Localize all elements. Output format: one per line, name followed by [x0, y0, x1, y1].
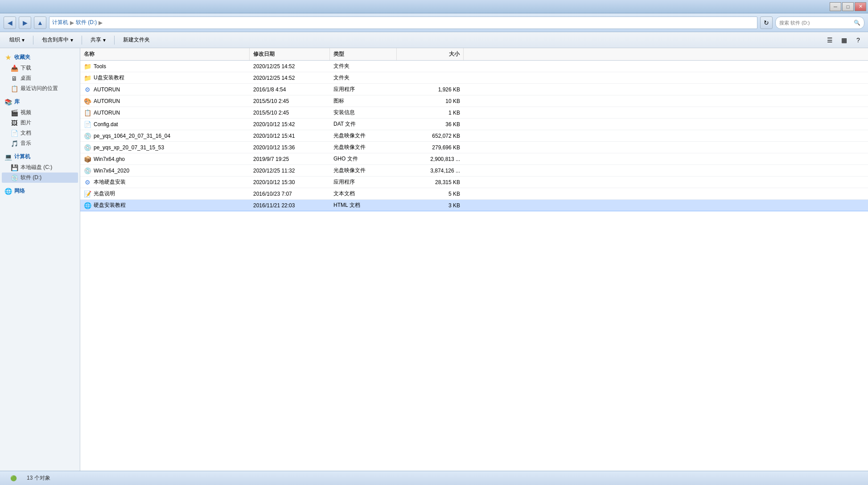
- file-type-cell: 应用程序: [330, 177, 397, 187]
- file-date-cell: 2020/10/12 15:42: [250, 120, 330, 128]
- view-toggle-button[interactable]: ☰: [823, 34, 836, 46]
- file-type-cell: 光盘映像文件: [330, 131, 397, 140]
- file-size-cell: 3,874,126 ...: [397, 167, 464, 175]
- file-icon: 📋: [84, 109, 91, 116]
- file-size-cell: 279,696 KB: [397, 144, 464, 152]
- file-date-cell: 2016/11/21 22:03: [250, 201, 330, 210]
- sidebar-favorites-header[interactable]: ★ 收藏夹: [2, 52, 78, 63]
- table-row[interactable]: ⚙ 本地硬盘安装 2020/10/12 15:30 应用程序 28,315 KB: [80, 177, 868, 188]
- sidebar-item-pictures[interactable]: 🖼 图片: [2, 118, 78, 128]
- pictures-icon: 🖼: [11, 119, 18, 127]
- desktop-icon: 🖥: [11, 75, 18, 82]
- table-row[interactable]: 📄 Config.dat 2020/10/12 15:42 DAT 文件 36 …: [80, 119, 868, 130]
- title-bar: ─ □ ✕: [0, 0, 868, 13]
- share-button[interactable]: 共享 ▾: [85, 34, 111, 46]
- close-button[interactable]: ✕: [855, 2, 866, 11]
- forward-button[interactable]: ▶: [19, 16, 31, 29]
- file-name-text: pe_yqs_xp_20_07_31_15_53: [94, 144, 164, 151]
- file-name-cell: 📋 AUTORUN: [80, 108, 250, 117]
- status-count: 13 个对象: [27, 474, 50, 482]
- file-icon: ⚙: [84, 179, 91, 186]
- breadcrumb-drive[interactable]: 软件 (D:): [76, 19, 97, 26]
- table-row[interactable]: 💿 Win7x64_2020 2020/12/25 11:32 光盘映像文件 3…: [80, 165, 868, 177]
- column-header-date[interactable]: 修改日期: [250, 48, 330, 60]
- organize-button[interactable]: 组织 ▾: [4, 34, 30, 46]
- file-date-cell: 2020/10/12 15:30: [250, 178, 330, 186]
- file-icon: 📁: [84, 63, 91, 70]
- table-row[interactable]: 📦 Win7x64.gho 2019/9/7 19:25 GHO 文件 2,90…: [80, 153, 868, 165]
- file-icon: 📄: [84, 121, 91, 128]
- file-name-text: 本地硬盘安装: [94, 178, 126, 186]
- sidebar-item-download[interactable]: 📥 下载: [2, 63, 78, 73]
- favorites-icon: ★: [4, 54, 12, 61]
- file-size-cell: 5 KB: [397, 190, 464, 198]
- file-size-cell: [397, 77, 464, 79]
- sidebar-network-header[interactable]: 🌐 网络: [2, 185, 78, 197]
- maximize-button[interactable]: □: [842, 2, 854, 11]
- sidebar-item-documents[interactable]: 📄 文档: [2, 128, 78, 138]
- file-name-text: pe_yqs_1064_20_07_31_16_04: [94, 133, 170, 139]
- file-name-cell: 💿 pe_yqs_xp_20_07_31_15_53: [80, 143, 250, 152]
- file-icon: 🌐: [84, 202, 91, 209]
- file-name-text: Config.dat: [94, 121, 118, 127]
- file-name-text: Win7x64_2020: [94, 168, 129, 174]
- sidebar-section-computer: 💻 计算机 💾 本地磁盘 (C:) 💿 软件 (D:): [2, 151, 78, 183]
- file-date-cell: 2016/1/8 4:54: [250, 86, 330, 94]
- sidebar-section-network: 🌐 网络: [2, 185, 78, 197]
- up-button[interactable]: ▲: [34, 16, 46, 29]
- table-row[interactable]: 📋 AUTORUN 2015/5/10 2:45 安装信息 1 KB: [80, 107, 868, 119]
- file-type-cell: 文件夹: [330, 73, 397, 82]
- breadcrumb-computer[interactable]: 计算机: [52, 19, 68, 26]
- address-bar: ◀ ▶ ▲ 计算机 ▶ 软件 (D:) ▶ ↻ 🔍: [0, 13, 868, 32]
- column-header-type[interactable]: 类型: [330, 48, 397, 60]
- c-drive-icon: 💾: [11, 164, 18, 171]
- back-button[interactable]: ◀: [4, 16, 16, 29]
- file-size-cell: 652,072 KB: [397, 132, 464, 140]
- column-header-name[interactable]: 名称: [80, 48, 250, 60]
- sidebar-item-c-drive[interactable]: 💾 本地磁盘 (C:): [2, 162, 78, 173]
- file-type-cell: DAT 文件: [330, 119, 397, 129]
- file-date-cell: 2015/5/10 2:45: [250, 97, 330, 105]
- breadcrumb[interactable]: 计算机 ▶ 软件 (D:) ▶: [49, 16, 757, 29]
- search-icon[interactable]: 🔍: [854, 20, 860, 26]
- sidebar-item-desktop[interactable]: 🖥 桌面: [2, 73, 78, 83]
- file-size-cell: 10 KB: [397, 97, 464, 105]
- sidebar-item-d-drive[interactable]: 💿 软件 (D:): [2, 173, 78, 183]
- include-library-button[interactable]: 包含到库中 ▾: [36, 34, 79, 46]
- file-icon: 💿: [84, 144, 91, 151]
- table-row[interactable]: 📁 Tools 2020/12/25 14:52 文件夹: [80, 61, 868, 72]
- file-icon: 💿: [84, 132, 91, 140]
- view-details-button[interactable]: ▦: [838, 34, 850, 46]
- table-row[interactable]: 🎨 AUTORUN 2015/5/10 2:45 图标 10 KB: [80, 95, 868, 107]
- search-input[interactable]: [779, 20, 854, 25]
- new-folder-button[interactable]: 新建文件夹: [117, 34, 156, 46]
- file-size-cell: 3 KB: [397, 201, 464, 210]
- breadcrumb-sep-1: ▶: [70, 20, 74, 26]
- breadcrumb-sep-2: ▶: [99, 20, 103, 26]
- sidebar-item-video[interactable]: 🎬 视频: [2, 107, 78, 118]
- sidebar-computer-header[interactable]: 💻 计算机: [2, 151, 78, 162]
- sidebar-item-recent[interactable]: 📋 最近访问的位置: [2, 83, 78, 94]
- table-row[interactable]: 📝 光盘说明 2016/10/23 7:07 文本文档 5 KB: [80, 188, 868, 200]
- file-list-container[interactable]: 名称 修改日期 类型 大小 📁 Tools 2020/12/25 14:52 文…: [80, 48, 868, 471]
- file-date-cell: 2020/12/25 14:52: [250, 62, 330, 70]
- minimize-button[interactable]: ─: [830, 2, 841, 11]
- refresh-button[interactable]: ↻: [760, 16, 773, 29]
- status-bar: 🟢 13 个对象: [0, 471, 868, 485]
- sidebar-library-header[interactable]: 📚 库: [2, 96, 78, 107]
- help-button[interactable]: ?: [852, 34, 864, 46]
- column-header-size[interactable]: 大小: [397, 48, 464, 60]
- documents-icon: 📄: [11, 130, 18, 137]
- table-row[interactable]: 🌐 硬盘安装教程 2016/11/21 22:03 HTML 文档 3 KB: [80, 200, 868, 211]
- table-row[interactable]: 💿 pe_yqs_1064_20_07_31_16_04 2020/10/12 …: [80, 130, 868, 142]
- file-name-cell: 🌐 硬盘安装教程: [80, 201, 250, 210]
- toolbar-sep-3: [114, 36, 115, 45]
- table-row[interactable]: 📁 U盘安装教程 2020/12/25 14:52 文件夹: [80, 72, 868, 84]
- table-row[interactable]: 💿 pe_yqs_xp_20_07_31_15_53 2020/10/12 15…: [80, 142, 868, 153]
- table-row[interactable]: ⚙ AUTORUN 2016/1/8 4:54 应用程序 1,926 KB: [80, 84, 868, 95]
- file-type-cell: 光盘映像文件: [330, 166, 397, 175]
- file-type-cell: 安装信息: [330, 108, 397, 117]
- file-size-cell: 2,900,813 ...: [397, 155, 464, 163]
- sidebar-item-music[interactable]: 🎵 音乐: [2, 138, 78, 148]
- sidebar-section-library: 📚 库 🎬 视频 🖼 图片 📄 文档 🎵 音乐: [2, 96, 78, 148]
